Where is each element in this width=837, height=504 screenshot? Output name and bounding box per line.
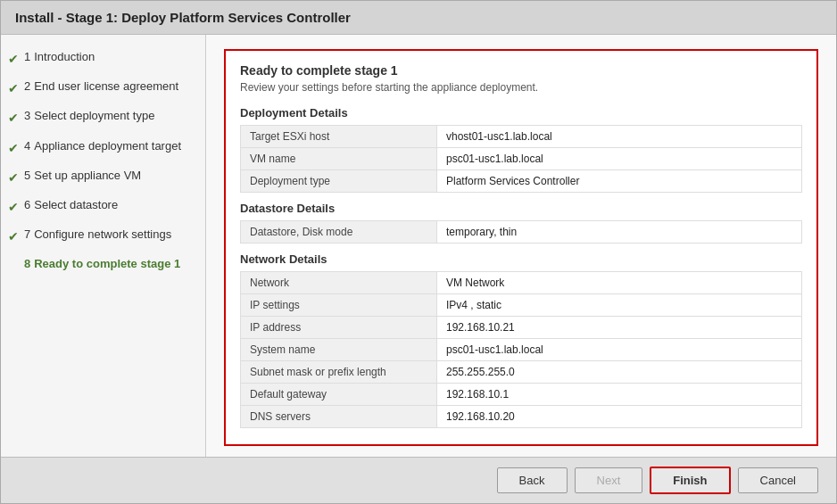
sidebar-num-3: 3 [24,109,30,124]
sidebar-label-2: End user license agreement [34,79,178,95]
cell-value-2-1: IPv4 , static [437,294,802,317]
sidebar-item-5[interactable]: ✔5Set up appliance VM [1,162,205,192]
cell-value-0-2: Platform Services Controller [437,170,802,193]
next-button[interactable]: Next [575,467,643,493]
cell-value-1-0: temporary, thin [437,221,802,244]
details-table-1: Datastore, Disk modetemporary, thin [240,220,802,244]
sidebar-item-3[interactable]: ✔3Select deployment type [1,103,205,132]
cell-label-2-5: Default gateway [241,384,437,406]
sidebar-label-1: Introduction [34,50,95,65]
section-header-0: Deployment Details [240,106,802,120]
finish-button[interactable]: Finish [650,467,730,494]
check-icon-1: ✔ [8,51,19,67]
cell-label-1-0: Datastore, Disk mode [241,221,437,244]
table-row: NetworkVM Network [241,272,802,294]
cell-value-2-3: psc01-usc1.lab.local [437,339,802,361]
sidebar-item-6[interactable]: ✔6Select datastore [1,192,205,221]
sidebar-num-7: 7 [24,227,30,243]
cell-label-0-1: VM name [241,148,437,170]
sidebar-item-2[interactable]: ✔2End user license agreement [1,73,205,103]
cancel-button[interactable]: Cancel [738,467,818,493]
main-window: Install - Stage 1: Deploy Platform Servi… [0,0,837,504]
cell-label-2-1: IP settings [241,294,437,317]
sidebar: ✔1Introduction✔2End user license agreeme… [1,35,206,457]
cell-label-2-6: DNS servers [241,406,437,428]
section-header-2: Network Details [240,252,802,266]
sidebar-num-8: 8 [24,257,30,272]
table-row: DNS servers192.168.10.20 [241,406,802,428]
table-row: System namepsc01-usc1.lab.local [241,339,802,361]
check-icon-2: ✔ [8,80,19,96]
footer: Back Next Finish Cancel [1,457,836,503]
cell-value-2-6: 192.168.10.20 [437,406,802,428]
stage-subtitle: Review your settings before starting the… [240,81,802,94]
sidebar-item-7[interactable]: ✔7Configure network settings [1,221,205,251]
title-bar: Install - Stage 1: Deploy Platform Servi… [1,1,836,35]
table-row: Default gateway192.168.10.1 [241,384,802,406]
check-icon-6: ✔ [8,199,19,215]
details-table-0: Target ESXi hostvhost01-usc1.lab.localVM… [240,125,802,193]
cell-label-0-2: Deployment type [241,170,437,193]
cell-value-2-2: 192.168.10.21 [437,317,802,339]
check-icon-7: ✔ [8,228,19,244]
check-icon-3: ✔ [8,110,19,126]
cell-value-0-1: psc01-usc1.lab.local [437,148,802,170]
sidebar-label-7: Configure network settings [34,227,171,243]
cell-value-2-4: 255.255.255.0 [437,361,802,384]
table-row: IP settingsIPv4 , static [241,294,802,317]
cell-value-2-0: VM Network [437,272,802,294]
table-row: VM namepsc01-usc1.lab.local [241,148,802,170]
sidebar-item-4[interactable]: ✔4Appliance deployment target [1,133,205,162]
stage-box: Ready to complete stage 1 Review your se… [224,49,818,446]
table-row: Datastore, Disk modetemporary, thin [241,221,802,244]
cell-value-0-0: vhost01-usc1.lab.local [437,126,802,148]
content-area: ✔1Introduction✔2End user license agreeme… [1,35,836,457]
main-panel: Ready to complete stage 1 Review your se… [206,35,836,457]
table-row: Deployment typePlatform Services Control… [241,170,802,193]
details-table-2: NetworkVM NetworkIP settingsIPv4 , stati… [240,271,802,428]
sidebar-num-6: 6 [24,198,30,213]
sidebar-label-6: Select datastore [34,198,118,213]
sidebar-item-1[interactable]: ✔1Introduction [1,44,205,73]
sidebar-num-5: 5 [24,169,30,184]
table-row: Target ESXi hostvhost01-usc1.lab.local [241,126,802,148]
sidebar-label-3: Select deployment type [34,109,154,124]
cell-label-2-2: IP address [241,317,437,339]
section-header-1: Datastore Details [240,202,802,215]
check-icon-4: ✔ [8,140,19,156]
window-title: Install - Stage 1: Deploy Platform Servi… [15,10,351,25]
sidebar-label-5: Set up appliance VM [34,169,141,184]
check-icon-5: ✔ [8,169,19,186]
sidebar-num-1: 1 [24,50,30,65]
sidebar-label-8: Ready to complete stage 1 [34,257,180,272]
cell-value-2-5: 192.168.10.1 [437,384,802,406]
sidebar-item-8[interactable]: ✔8Ready to complete stage 1 [1,251,205,280]
cell-label-2-4: Subnet mask or prefix length [241,361,437,384]
table-row: Subnet mask or prefix length255.255.255.… [241,361,802,384]
sidebar-label-4: Appliance deployment target [34,139,181,154]
stage-title: Ready to complete stage 1 [240,63,802,78]
table-row: IP address192.168.10.21 [241,317,802,339]
sidebar-num-4: 4 [24,139,30,154]
cell-label-2-0: Network [241,272,437,294]
cell-label-2-3: System name [241,339,437,361]
cell-label-0-0: Target ESXi host [241,126,437,148]
back-button[interactable]: Back [497,467,568,493]
sidebar-num-2: 2 [24,79,30,95]
